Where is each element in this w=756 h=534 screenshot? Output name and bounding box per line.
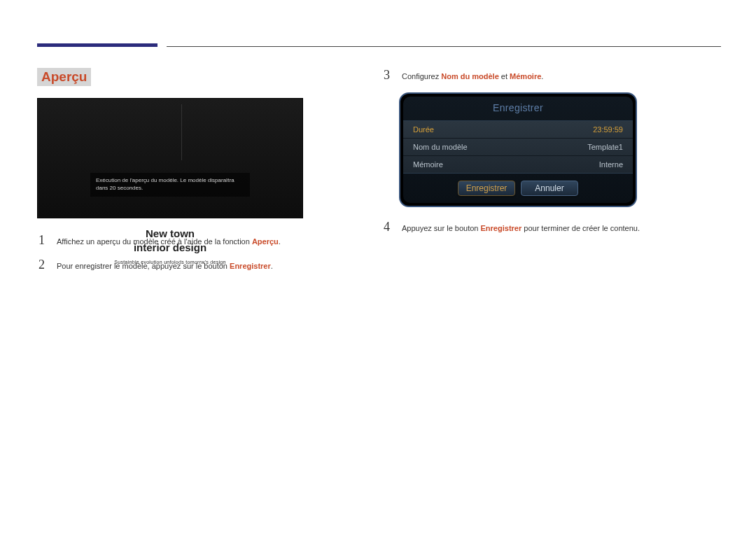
highlight-term: Aperçu <box>252 237 279 246</box>
panel-row-label: Mémoire <box>413 160 443 169</box>
highlight-term: Enregistrer <box>230 262 271 270</box>
highlight-term: Mémoire <box>510 72 541 80</box>
panel-row-value: Interne <box>599 160 623 169</box>
panel-row-value: 23:59:59 <box>593 125 623 134</box>
cancel-button[interactable]: Annuler <box>521 181 578 196</box>
text-fragment: . <box>279 237 281 246</box>
preview-screen: Exécution de l'aperçu du modèle. Le modè… <box>37 98 303 218</box>
step-text: Configurez Nom du modèle et Mémoire. <box>402 68 543 82</box>
panel-row[interactable]: Nom du modèleTemplate1 <box>403 139 633 156</box>
register-panel: Enregistrer Durée23:59:59Nom du modèleTe… <box>399 92 637 207</box>
step-row: 1Affichez un aperçu du modèle créé à l'a… <box>38 233 340 248</box>
panel-row-label: Nom du modèle <box>413 143 468 151</box>
preview-message: Exécution de l'aperçu du modèle. Le modè… <box>90 173 250 197</box>
step-4-row: 4Appuyez sur le bouton Enregistrer pour … <box>384 220 697 234</box>
text-fragment: pour terminer de créer le contenu. <box>522 224 640 232</box>
text-fragment: . <box>541 72 543 80</box>
step-number: 2 <box>38 258 54 272</box>
steps-left: 1Affichez un aperçu du modèle créé à l'a… <box>38 233 340 282</box>
panel-rows: Durée23:59:59Nom du modèleTemplate1Mémoi… <box>403 120 633 174</box>
step-text: Appuyez sur le bouton Enregistrer pour t… <box>402 220 640 234</box>
text-fragment: Pour enregistrer le modèle, appuyez sur … <box>57 262 230 270</box>
section-title: Aperçu <box>37 68 91 86</box>
step-number: 4 <box>384 220 399 234</box>
step-row: 2Pour enregistrer le modèle, appuyez sur… <box>38 258 340 272</box>
panel-row-label: Durée <box>413 125 434 134</box>
step-text: Affichez un aperçu du modèle créé à l'ai… <box>57 233 281 247</box>
header-divider <box>167 46 721 47</box>
step-row: 4Appuyez sur le bouton Enregistrer pour … <box>384 220 697 234</box>
text-fragment: et <box>499 72 510 80</box>
register-panel-inner: Enregistrer Durée23:59:59Nom du modèleTe… <box>403 97 633 203</box>
panel-row[interactable]: MémoireInterne <box>403 156 633 173</box>
preview-divider <box>181 104 182 160</box>
step-text: Pour enregistrer le modèle, appuyez sur … <box>57 258 273 272</box>
panel-row[interactable]: Durée23:59:59 <box>403 121 633 139</box>
text-fragment: Affichez un aperçu du modèle créé à l'ai… <box>57 237 252 246</box>
step-number: 1 <box>38 233 54 248</box>
register-button[interactable]: Enregistrer <box>458 181 515 196</box>
text-fragment: . <box>271 262 273 270</box>
step-row: 3Configurez Nom du modèle et Mémoire. <box>384 68 697 83</box>
highlight-term: Enregistrer <box>481 224 522 232</box>
step-3-row: 3Configurez Nom du modèle et Mémoire. <box>384 68 697 83</box>
text-fragment: Appuyez sur le bouton <box>402 224 481 232</box>
step-number: 3 <box>384 68 399 83</box>
panel-buttons: Enregistrer Annuler <box>403 174 633 203</box>
panel-title: Enregistrer <box>403 97 633 120</box>
header-bar <box>37 43 158 47</box>
panel-row-value: Template1 <box>587 143 623 151</box>
right-column: 3Configurez Nom du modèle et Mémoire. En… <box>384 68 697 244</box>
highlight-term: Nom du modèle <box>441 72 499 80</box>
text-fragment: Configurez <box>402 72 441 80</box>
